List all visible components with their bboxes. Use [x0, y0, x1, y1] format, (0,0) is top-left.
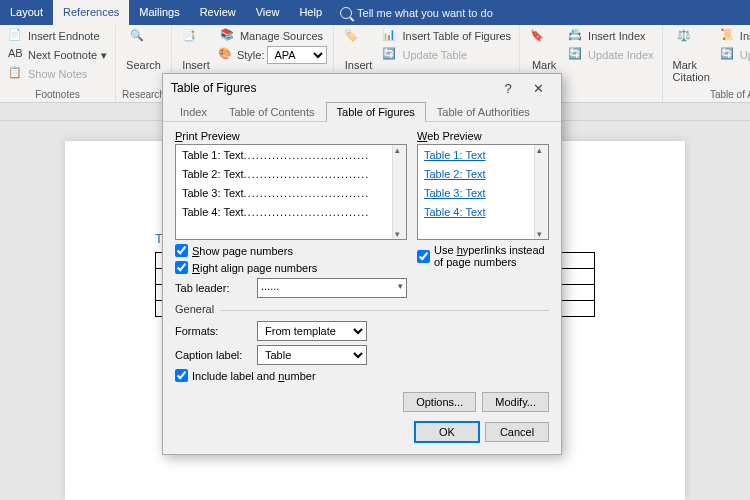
- tab-mailings[interactable]: Mailings: [129, 0, 189, 25]
- mark-icon: 🔖: [530, 29, 558, 57]
- web-preview-link[interactable]: Table 1: Text: [424, 149, 542, 161]
- tab-help[interactable]: Help: [289, 0, 332, 25]
- print-preview-scrollbar[interactable]: [392, 145, 406, 239]
- insert-citation[interactable]: 📑 Insert: [178, 27, 214, 73]
- group-label-toa: Table of Authorities: [669, 89, 750, 102]
- style-icon: 🎨: [218, 47, 234, 63]
- dialog-tab-tof[interactable]: Table of Figures: [326, 102, 426, 122]
- formats-select[interactable]: From template: [257, 321, 367, 341]
- use-hyperlinks-checkbox[interactable]: [417, 250, 430, 263]
- insert-index[interactable]: 📇Insert Index: [566, 27, 655, 45]
- search-button[interactable]: 🔍 Search: [122, 27, 165, 73]
- web-preview-label: Web Preview: [417, 130, 549, 142]
- print-preview: Table 1: Text...........................…: [175, 144, 407, 240]
- group-footnotes: 📄Insert Endnote ABNext Footnote ▾ 📋Show …: [0, 25, 116, 102]
- insert-toa[interactable]: 📜Insert Table of Auth: [718, 27, 750, 45]
- group-label-footnotes: Footnotes: [6, 89, 109, 102]
- help-button[interactable]: ?: [493, 81, 523, 96]
- next-footnote-icon: AB: [8, 47, 24, 63]
- general-label: General: [175, 303, 220, 315]
- tell-me-label: Tell me what you want to do: [357, 7, 493, 19]
- tab-layout[interactable]: Layout: [0, 0, 53, 25]
- right-align-label: Right align page numbers: [192, 262, 317, 274]
- web-preview-scrollbar[interactable]: [534, 145, 548, 239]
- show-notes: 📋Show Notes: [6, 65, 109, 83]
- lightbulb-icon: [340, 7, 352, 19]
- dialog-titlebar[interactable]: Table of Figures ? ✕: [163, 74, 561, 102]
- include-label-checkbox[interactable]: [175, 369, 188, 382]
- caption-label-label: Caption label:: [175, 349, 251, 361]
- include-label-label: Include label and number: [192, 370, 316, 382]
- update-icon: 🔄: [720, 47, 736, 63]
- tab-leader-label: Tab leader:: [175, 282, 251, 294]
- tof-icon: 📊: [382, 28, 398, 44]
- dialog-tab-toc[interactable]: Table of Contents: [218, 102, 326, 122]
- cancel-button[interactable]: Cancel: [485, 422, 549, 442]
- dialog-tab-index[interactable]: Index: [169, 102, 218, 122]
- ok-button[interactable]: OK: [415, 422, 479, 442]
- print-preview-label: Print Preview: [175, 130, 407, 142]
- search-icon: 🔍: [130, 29, 158, 57]
- table-of-figures-dialog: Table of Figures ? ✕ Index Table of Cont…: [162, 73, 562, 455]
- update-icon: 🔄: [382, 47, 398, 63]
- citation-icon: 📑: [182, 29, 210, 57]
- endnote-icon: 📄: [8, 28, 24, 44]
- web-preview-link[interactable]: Table 4: Text: [424, 206, 542, 218]
- update-index: 🔄Update Index: [566, 46, 655, 64]
- group-label-research: Research: [122, 89, 165, 102]
- insert-endnote[interactable]: 📄Insert Endnote: [6, 27, 109, 45]
- style-select[interactable]: APA: [267, 46, 327, 64]
- show-page-numbers-label: Show page numbers: [192, 245, 293, 257]
- web-preview: Table 1: Text Table 2: Text Table 3: Tex…: [417, 144, 549, 240]
- style-label: Style:: [237, 49, 265, 61]
- formats-label: Formats:: [175, 325, 251, 337]
- toa-icon: 📜: [720, 28, 736, 44]
- show-notes-icon: 📋: [8, 66, 24, 82]
- caption-icon: 🏷️: [344, 29, 372, 57]
- next-footnote[interactable]: ABNext Footnote ▾: [6, 46, 109, 64]
- mark-citation[interactable]: ⚖️Mark Citation: [669, 27, 714, 85]
- ribbon-tab-bar: Layout References Mailings Review View H…: [0, 0, 750, 25]
- tab-references[interactable]: References: [53, 0, 129, 25]
- tab-view[interactable]: View: [246, 0, 290, 25]
- right-align-checkbox[interactable]: [175, 261, 188, 274]
- dialog-tab-toa[interactable]: Table of Authorities: [426, 102, 541, 122]
- dialog-title: Table of Figures: [171, 81, 493, 95]
- use-hyperlinks-label: Use hyperlinks instead of page numbers: [434, 244, 549, 268]
- close-button[interactable]: ✕: [523, 81, 553, 96]
- mark-entry[interactable]: 🔖Mark: [526, 27, 562, 73]
- mark-citation-icon: ⚖️: [677, 29, 705, 57]
- tell-me-search[interactable]: Tell me what you want to do: [340, 7, 493, 19]
- tab-leader-select[interactable]: ......: [257, 278, 407, 298]
- dialog-tabs: Index Table of Contents Table of Figures…: [163, 102, 561, 122]
- update-toa: 🔄Update Table: [718, 46, 750, 64]
- update-icon: 🔄: [568, 47, 584, 63]
- group-toa: ⚖️Mark Citation 📜Insert Table of Auth 🔄U…: [663, 25, 750, 102]
- tab-review[interactable]: Review: [190, 0, 246, 25]
- update-tof: 🔄Update Table: [380, 46, 513, 64]
- manage-icon: 📚: [220, 28, 236, 44]
- caption-label-select[interactable]: Table: [257, 345, 367, 365]
- show-page-numbers-checkbox[interactable]: [175, 244, 188, 257]
- insert-caption[interactable]: 🏷️Insert: [340, 27, 376, 73]
- modify-button[interactable]: Modify...: [482, 392, 549, 412]
- options-button[interactable]: Options...: [403, 392, 476, 412]
- manage-sources[interactable]: 📚Manage Sources: [218, 27, 328, 45]
- web-preview-link[interactable]: Table 2: Text: [424, 168, 542, 180]
- insert-table-of-figures[interactable]: 📊Insert Table of Figures: [380, 27, 513, 45]
- web-preview-link[interactable]: Table 3: Text: [424, 187, 542, 199]
- index-icon: 📇: [568, 28, 584, 44]
